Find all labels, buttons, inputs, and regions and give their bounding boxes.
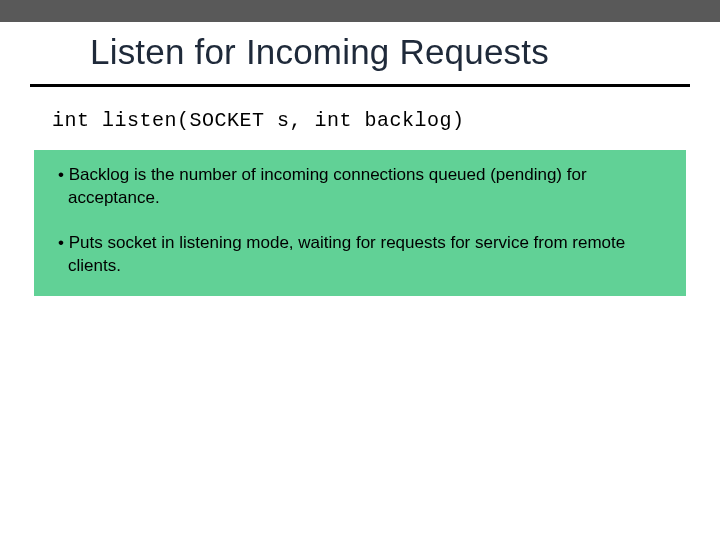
bullet-item: Puts socket in listening mode, waiting f…	[50, 232, 670, 278]
info-box: Backlog is the number of incoming connec…	[34, 150, 686, 296]
title-area: Listen for Incoming Requests	[30, 22, 690, 87]
top-bar	[0, 0, 720, 22]
code-signature: int listen(SOCKET s, int backlog)	[52, 109, 720, 132]
bullet-item: Backlog is the number of incoming connec…	[50, 164, 670, 210]
slide-title: Listen for Incoming Requests	[90, 32, 640, 72]
